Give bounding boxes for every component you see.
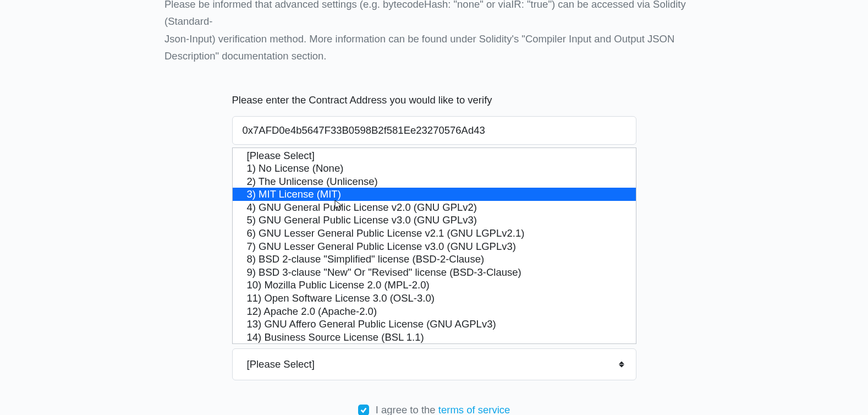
- license-option[interactable]: 1) No License (None): [233, 162, 636, 175]
- license-option[interactable]: [Please Select]: [233, 148, 636, 162]
- contract-address-input[interactable]: [232, 116, 636, 145]
- license-option[interactable]: 9) BSD 3-clause "New" Or "Revised" licen…: [233, 266, 636, 279]
- license-option[interactable]: 2) The Unlicense (Unlicense): [233, 175, 636, 188]
- info-text-partial: Please be informed that advanced setting…: [131, 0, 737, 30]
- tos-link[interactable]: terms of service: [438, 404, 510, 415]
- agree-checkbox[interactable]: [358, 405, 369, 415]
- license-option[interactable]: 14) Business Source License (BSL 1.1): [233, 331, 636, 344]
- license-option[interactable]: 6) GNU Lesser General Public License v2.…: [233, 227, 636, 240]
- license-option[interactable]: 7) GNU Lesser General Public License v3.…: [233, 240, 636, 253]
- license-option[interactable]: 12) Apache 2.0 (Apache-2.0): [233, 305, 636, 318]
- license-option[interactable]: 4) GNU General Public License v2.0 (GNU …: [233, 201, 636, 214]
- contract-address-label: Please enter the Contract Address you wo…: [232, 92, 636, 108]
- license-option[interactable]: 10) Mozilla Public License 2.0 (MPL-2.0): [233, 279, 636, 292]
- license-option[interactable]: 3) MIT License (MIT): [233, 188, 636, 201]
- info-text: Json-Input) verification method. More in…: [131, 30, 737, 65]
- license-listbox[interactable]: [Please Select]1) No License (None)2) Th…: [232, 148, 636, 345]
- license-option[interactable]: 8) BSD 2-clause "Simplified" license (BS…: [233, 253, 636, 266]
- license-option[interactable]: 11) Open Software License 3.0 (OSL-3.0): [233, 292, 636, 305]
- agree-text: I agree to the: [376, 404, 438, 415]
- compiler-select[interactable]: [Please Select]: [232, 348, 636, 380]
- check-icon: [360, 406, 367, 414]
- license-option[interactable]: 5) GNU General Public License v3.0 (GNU …: [233, 214, 636, 227]
- license-option[interactable]: 13) GNU Affero General Public License (G…: [233, 318, 636, 331]
